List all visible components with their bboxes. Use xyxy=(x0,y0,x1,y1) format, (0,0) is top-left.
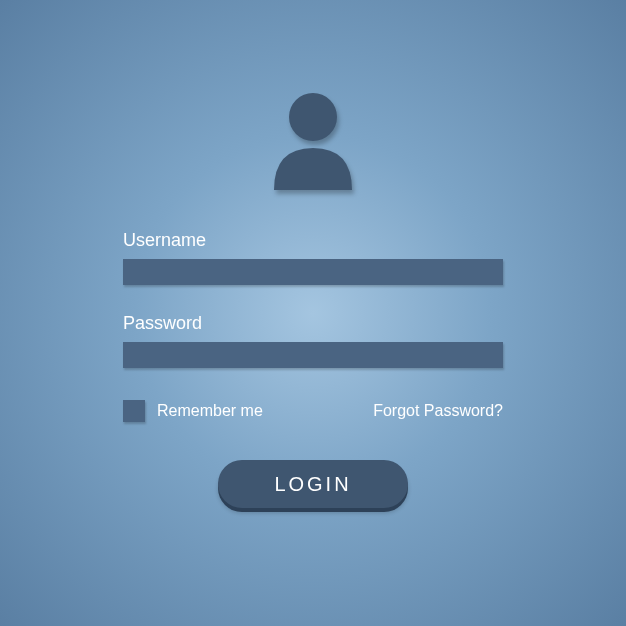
password-input[interactable] xyxy=(123,342,503,368)
remember-me-wrap: Remember me xyxy=(123,400,263,422)
username-label: Username xyxy=(123,230,503,251)
svg-point-0 xyxy=(289,93,337,141)
remember-me-label: Remember me xyxy=(157,402,263,420)
forgot-password-link[interactable]: Forgot Password? xyxy=(373,402,503,420)
login-form: Username Password Remember me Forgot Pas… xyxy=(123,230,503,508)
password-label: Password xyxy=(123,313,503,334)
username-input[interactable] xyxy=(123,259,503,285)
options-row: Remember me Forgot Password? xyxy=(123,400,503,422)
remember-me-checkbox[interactable] xyxy=(123,400,145,422)
login-button[interactable]: LOGIN xyxy=(218,460,408,508)
user-avatar-icon xyxy=(268,90,358,190)
login-button-wrap: LOGIN xyxy=(123,460,503,508)
